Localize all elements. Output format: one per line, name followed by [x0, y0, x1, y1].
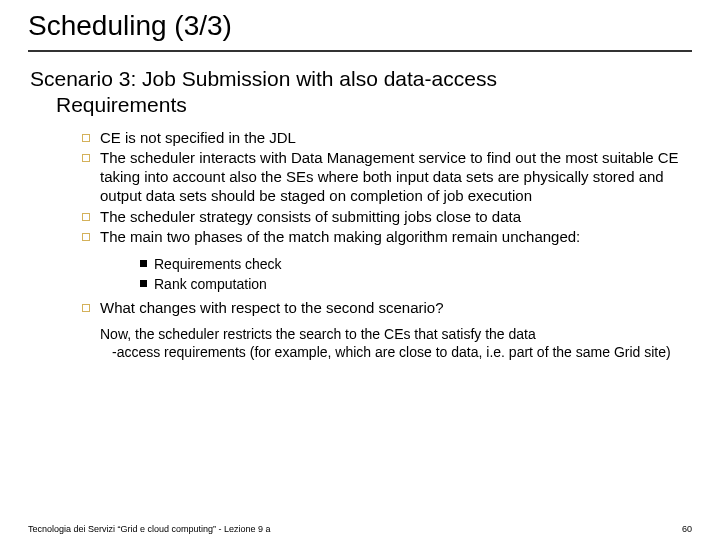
page-number: 60	[682, 524, 692, 534]
answer-text: Now, the scheduler restricts the search …	[30, 326, 692, 361]
list-item: What changes with respect to the second …	[82, 299, 692, 318]
list-item: The scheduler strategy consists of submi…	[82, 208, 692, 227]
subtitle-line1: Scenario 3: Job Submission with also dat…	[30, 67, 497, 90]
slide-container: Scheduling (3/3) Scenario 3: Job Submiss…	[0, 0, 720, 540]
list-item: Rank computation	[140, 275, 692, 293]
list-item: The scheduler interacts with Data Manage…	[82, 149, 692, 205]
scenario-subtitle: Scenario 3: Job Submission with also dat…	[30, 66, 692, 119]
title-underline	[28, 50, 692, 52]
list-item: Requirements check	[140, 255, 692, 273]
answer-tail: -access requirements (for example, which…	[100, 344, 682, 362]
answer-lead: Now, the scheduler restricts the search …	[100, 326, 536, 342]
subtitle-line2: Requirements	[30, 93, 187, 116]
body: Scenario 3: Job Submission with also dat…	[28, 66, 692, 361]
list-item: CE is not specified in the JDL	[82, 129, 692, 148]
footer: Tecnologia dei Servizi “Grid e cloud com…	[28, 524, 692, 534]
list-item: The main two phases of the match making …	[82, 228, 692, 247]
sub-bullet-list: Requirements check Rank computation	[30, 255, 692, 293]
bullet-list: CE is not specified in the JDL The sched…	[30, 129, 692, 248]
question-list: What changes with respect to the second …	[30, 299, 692, 318]
slide-title: Scheduling (3/3)	[28, 10, 692, 42]
footer-left: Tecnologia dei Servizi “Grid e cloud com…	[28, 524, 271, 534]
